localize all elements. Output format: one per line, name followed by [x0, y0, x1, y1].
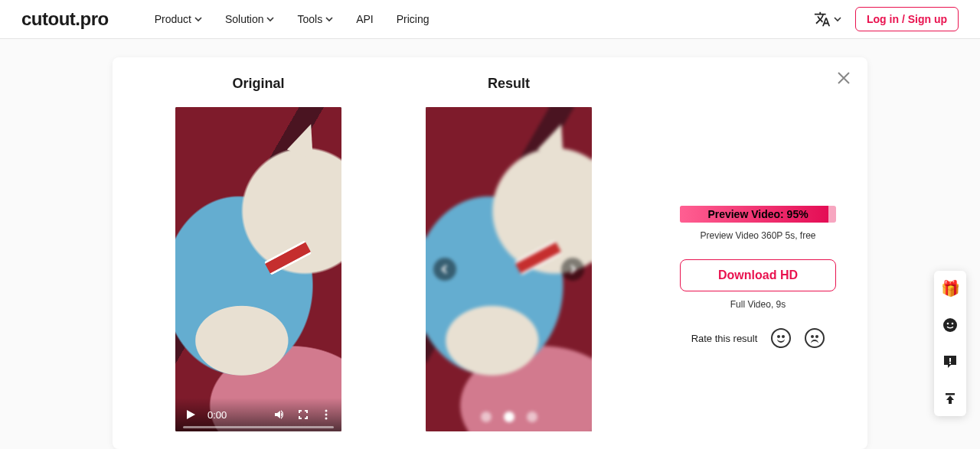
full-video-info: Full Video, 9s: [730, 299, 786, 310]
svg-point-2: [325, 418, 328, 420]
translate-icon: [814, 11, 831, 28]
chevron-down-icon: [266, 15, 274, 23]
column-original: Original 0:00: [175, 76, 341, 431]
login-signup-button[interactable]: Log in / Sign up: [855, 7, 959, 31]
chevron-down-icon: [834, 15, 841, 23]
rate-label: Rate this result: [691, 333, 758, 344]
download-hd-button[interactable]: Download HD: [680, 259, 836, 291]
column-result: Result: [426, 76, 592, 431]
svg-point-0: [325, 410, 328, 412]
support-face-icon: [942, 317, 959, 333]
progress-label: Preview Video: 95%: [680, 206, 836, 223]
fullscreen-button[interactable]: [297, 408, 309, 421]
more-options-button[interactable]: [320, 408, 332, 421]
svg-point-1: [325, 414, 328, 416]
carousel-dots: [426, 412, 592, 422]
nav-tools-label: Tools: [297, 13, 322, 25]
svg-point-5: [952, 323, 954, 325]
nav-api[interactable]: API: [356, 13, 374, 25]
svg-rect-6: [949, 358, 951, 362]
chevron-left-icon: [439, 264, 450, 275]
compare-row: Original 0:00: [140, 76, 840, 431]
close-button[interactable]: [837, 71, 851, 89]
svg-rect-7: [949, 363, 951, 364]
rate-bad-button[interactable]: [805, 328, 825, 348]
svg-point-3: [943, 318, 957, 332]
feedback-icon: [942, 354, 958, 369]
close-icon: [837, 71, 851, 88]
nav-pricing[interactable]: Pricing: [397, 13, 430, 25]
floating-side-widget: 🎁: [934, 271, 966, 416]
carousel-prev-button[interactable]: [433, 258, 456, 281]
rate-good-button[interactable]: [771, 328, 791, 348]
preview-info-text: Preview Video 360P 5s, free: [701, 230, 816, 241]
video-frame-illustration: [175, 107, 341, 431]
original-title: Original: [175, 76, 341, 92]
chevron-right-icon: [567, 264, 578, 275]
gift-icon: 🎁: [941, 279, 960, 298]
result-preview[interactable]: [426, 107, 592, 431]
nav-product[interactable]: Product: [155, 13, 202, 25]
header-right: Log in / Sign up: [814, 7, 959, 31]
nav-solution-label: Solution: [225, 13, 264, 25]
result-card: Original 0:00: [113, 57, 867, 449]
carousel-dot[interactable]: [504, 412, 514, 422]
rate-row: Rate this result: [691, 328, 825, 348]
arrow-up-icon: [943, 392, 957, 405]
feedback-button[interactable]: [934, 352, 966, 372]
nav-pricing-label: Pricing: [397, 13, 430, 25]
nav-product-label: Product: [155, 13, 191, 25]
video-seek-bar[interactable]: [183, 426, 334, 428]
actions-column: Preview Video: 95% Preview Video 360P 5s…: [676, 76, 840, 431]
svg-rect-8: [946, 393, 955, 395]
nav-tools[interactable]: Tools: [297, 13, 333, 25]
chevron-down-icon: [194, 15, 202, 23]
result-frame-illustration: [426, 107, 592, 431]
page-body: Original 0:00: [0, 39, 980, 449]
main-nav: Product Solution Tools API Pricing: [155, 13, 430, 25]
svg-point-4: [947, 323, 949, 325]
nav-solution[interactable]: Solution: [225, 13, 275, 25]
app-header: cutout.pro Product Solution Tools API Pr…: [0, 0, 980, 39]
chevron-down-icon: [325, 15, 333, 23]
language-button[interactable]: [814, 11, 841, 28]
carousel-dot[interactable]: [481, 412, 492, 422]
video-current-time: 0:00: [207, 409, 227, 421]
gift-button[interactable]: 🎁: [934, 278, 966, 298]
original-video[interactable]: 0:00: [175, 107, 341, 431]
carousel-next-button[interactable]: [561, 258, 584, 281]
result-title: Result: [426, 76, 592, 92]
back-to-top-button[interactable]: [934, 389, 966, 408]
support-button[interactable]: [934, 315, 966, 335]
carousel-dot[interactable]: [527, 412, 537, 422]
preview-progress: Preview Video: 95%: [680, 206, 836, 223]
brand-logo[interactable]: cutout.pro: [21, 8, 109, 30]
volume-button[interactable]: [273, 408, 286, 421]
nav-api-label: API: [356, 13, 374, 25]
play-button[interactable]: [185, 408, 197, 421]
